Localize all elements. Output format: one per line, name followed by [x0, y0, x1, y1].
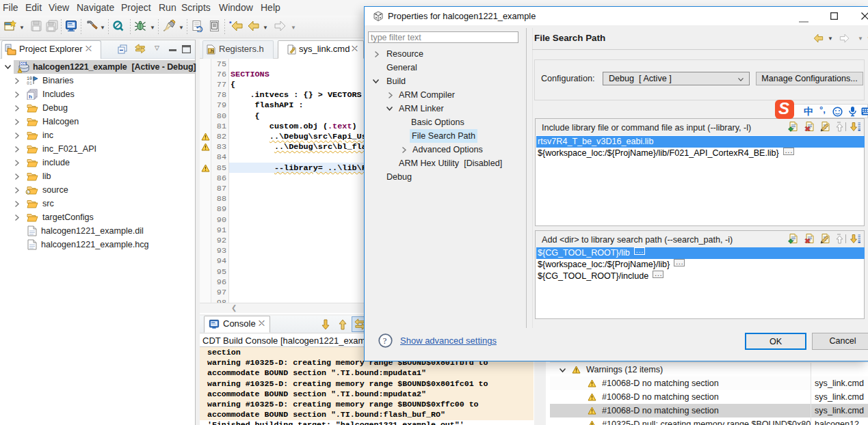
svg-text:01: 01 — [27, 81, 32, 86]
svg-text:h: h — [29, 94, 32, 100]
svg-text:?: ? — [383, 336, 387, 346]
svg-text:*: * — [229, 20, 232, 27]
svg-text:s: s — [27, 190, 29, 194]
svg-text:CCS: CCS — [21, 62, 27, 66]
svg-text:10: 10 — [27, 77, 32, 81]
svg-text:.h: .h — [209, 49, 213, 53]
